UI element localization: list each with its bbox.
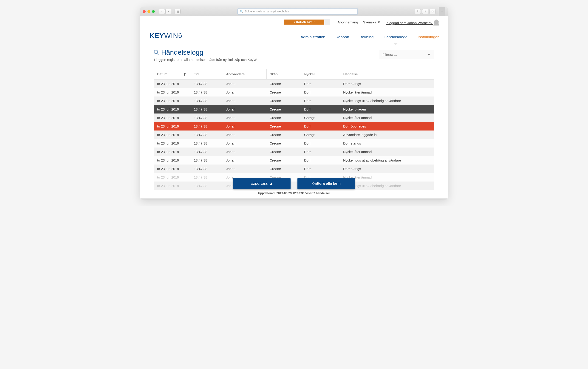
event-log-table: Datum ⬆ Tid Andvändare Skåp Nyckel Hände… (154, 69, 434, 190)
language-selector[interactable]: Svenska ▼ (363, 20, 381, 24)
export-button[interactable]: Exportera ▲ (233, 178, 291, 189)
table-row[interactable]: to 23 jun 201913:47:38JohanCreoneDörrNyc… (154, 88, 434, 96)
col-key[interactable]: Nyckel (301, 69, 340, 79)
minimize-window-icon[interactable] (147, 10, 150, 13)
table-row[interactable]: to 23 jun 201913:47:38JohanCreoneGarageA… (154, 131, 434, 139)
table-row[interactable]: to 23 jun 201913:47:38JohanCreoneDörrNyc… (154, 156, 434, 164)
magnifier-icon (154, 50, 159, 55)
new-tab-button[interactable]: + (439, 7, 445, 16)
tabs-icon[interactable]: ⧉ (429, 9, 436, 14)
nav-rapport[interactable]: Rapport (335, 35, 349, 40)
page-title: Händelselogg (154, 49, 261, 56)
nav-inställningar[interactable]: Inställningar (417, 35, 439, 40)
table-row[interactable]: to 23 jun 201913:47:38JohanCreoneDörrNyc… (154, 105, 434, 113)
browser-window: ‹ › ▦ 🔍 Sök eller skriv in namn på webbp… (140, 7, 448, 199)
main-nav: AdministrationRapportBokningHändelselogg… (301, 35, 439, 40)
top-strip: 7 DAGAR KVAR Abonnemang Svenska ▼ Inlogg… (140, 16, 448, 27)
table-row[interactable]: to 23 jun 201913:47:38JohanCreoneDörrDör… (154, 122, 434, 131)
titlebar: ‹ › ▦ 🔍 Sök eller skriv in namn på webbp… (140, 7, 448, 16)
trial-progress: 7 DAGAR KVAR (284, 19, 330, 25)
search-icon: 🔍 (240, 10, 243, 13)
col-cabinet[interactable]: Skåp (266, 69, 301, 79)
user-icon (434, 20, 439, 24)
header: KEYWIN6 AdministrationRapportBokningHänd… (140, 27, 448, 43)
acknowledge-alarms-button[interactable]: Kvittera alla larm (297, 178, 355, 189)
share-icon[interactable]: ⇪ (422, 9, 428, 14)
chevron-down-icon: ▼ (427, 53, 431, 57)
sort-asc-icon[interactable]: ⬆ (183, 72, 186, 77)
fullscreen-window-icon[interactable] (152, 10, 155, 13)
close-window-icon[interactable] (143, 10, 146, 13)
app-logo: KEYWIN6 (149, 32, 182, 40)
nav-bokning[interactable]: Bokning (359, 35, 374, 40)
address-bar[interactable]: 🔍 Sök eller skriv in namn på webbplats (238, 9, 357, 14)
table-row[interactable]: to 23 jun 201913:47:38JohanCreoneDörrNyc… (154, 173, 434, 182)
trial-days-label: 7 DAGAR KVAR (284, 20, 324, 25)
table-row[interactable]: to 23 jun 201913:47:38JohanCreoneGarageN… (154, 182, 434, 190)
table-row[interactable]: to 23 jun 201913:47:38JohanCreoneGarageN… (154, 113, 434, 122)
table-row[interactable]: to 23 jun 201913:47:38JohanCreoneDörrNyc… (154, 147, 434, 156)
triangle-up-icon: ▲ (269, 181, 273, 186)
status-footer: Uppdaterad: 2019-06-23 12:00:30 Visar 7 … (154, 189, 434, 198)
col-user[interactable]: Andvändare (223, 69, 266, 79)
sidebar-toggle-icon[interactable]: ▦ (174, 9, 181, 14)
nav-administration[interactable]: Administration (301, 35, 325, 40)
col-event[interactable]: Händelse (340, 69, 434, 79)
table-row[interactable]: to 23 jun 201913:47:38JohanCreoneDörrDör… (154, 139, 434, 147)
nav-händelselogg[interactable]: Händelselogg (384, 35, 407, 40)
col-time[interactable]: Tid (191, 69, 223, 79)
downloads-icon[interactable]: ⬇ (415, 9, 421, 14)
table-row[interactable]: to 23 jun 201913:47:38JohanCreoneDörrDör… (154, 79, 434, 88)
col-date[interactable]: Datum ⬆ (154, 69, 191, 79)
subscription-link[interactable]: Abonnemang (338, 20, 358, 24)
filter-dropdown[interactable]: Filtrera ... ▼ (379, 50, 434, 59)
window-controls (143, 10, 155, 13)
table-row[interactable]: to 23 jun 201913:47:38JohanCreoneDörrDör… (154, 164, 434, 173)
page-subtitle: I loggen registreras alla händelser, båd… (154, 58, 261, 62)
forward-button[interactable]: › (165, 9, 171, 14)
table-row[interactable]: to 23 jun 201913:47:38JohanCreoneDörrNyc… (154, 96, 434, 105)
logged-in-user[interactable]: Inloggad som Johan Wärnelöv (386, 20, 439, 25)
address-placeholder: Sök eller skriv in namn på webbplats (245, 10, 290, 13)
chevron-down-icon: ▼ (377, 20, 381, 24)
back-button[interactable]: ‹ (159, 9, 165, 14)
